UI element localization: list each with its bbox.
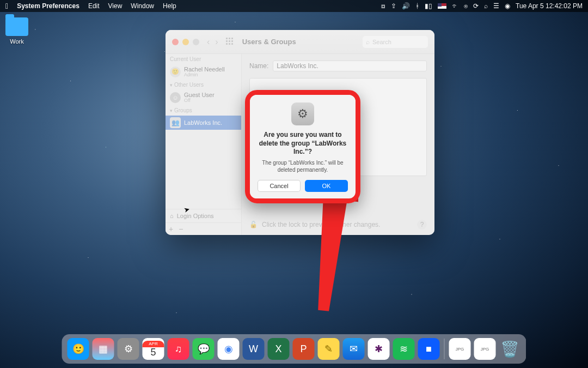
user-role: Off (184, 98, 215, 104)
group-icon: 👥 (170, 117, 181, 128)
back-button[interactable]: ‹ (205, 36, 212, 48)
menubar-clock[interactable]: Tue Apr 5 12:42:02 PM (516, 2, 583, 10)
login-options-label: Login Options (177, 213, 214, 219)
avatar-icon: 🙂 (170, 67, 181, 77)
dock-app-spotify[interactable]: ≋ (393, 338, 415, 360)
lock-text: Click the lock to prevent further change… (262, 221, 380, 228)
search-icon: ⌕ (366, 38, 370, 46)
dock-separator (444, 339, 445, 359)
sync-icon[interactable]: ⟳ (473, 2, 479, 10)
highlight-frame: ⚙︎ Are you sure you want to delete the g… (245, 90, 360, 203)
close-button[interactable] (172, 39, 179, 45)
house-icon: ⌂ (170, 213, 174, 219)
dock-app-music[interactable]: ♫ (168, 338, 189, 360)
zoom-button[interactable] (193, 39, 199, 45)
dock-file-jpg-2[interactable]: JPG (474, 338, 496, 360)
dock-app-powerpoint[interactable]: P (293, 338, 315, 360)
dock-app-excel[interactable]: X (268, 338, 290, 360)
dialog-title: Are you sure you want to delete the grou… (258, 131, 348, 156)
window-toolbar: ‹ › Users & Groups ⌕ Search (166, 30, 434, 54)
apple-menu[interactable]:  (5, 2, 8, 10)
search-placeholder: Search (372, 39, 391, 45)
nav-buttons: ‹ › (205, 36, 220, 48)
gear-icon: ⚙︎ (291, 102, 314, 125)
search-field[interactable]: ⌕ Search (363, 36, 428, 48)
cancel-button[interactable]: Cancel (258, 180, 301, 192)
dock-app-launchpad[interactable]: ▦ (93, 338, 114, 360)
wifi-icon[interactable]: ᯤ (452, 2, 458, 10)
help-button[interactable]: ? (417, 220, 427, 230)
dock-trash[interactable]: 🗑️ (499, 338, 521, 360)
group-name-field[interactable] (273, 61, 427, 71)
dock: 🙂 ▦ ⚙︎ APR 5 ♫ 💬 ◉ W X P ✎ ✉︎ ✱ ≋ ■ JPG … (62, 334, 526, 364)
dock-app-slack[interactable]: ✱ (368, 338, 390, 360)
section-groups[interactable]: ▾Groups (166, 105, 241, 116)
menubar:  System Preferences Edit View Window He… (0, 0, 588, 12)
dropbox-icon[interactable]: ⧈ (381, 2, 385, 10)
dock-app-notes[interactable]: ✎ (318, 338, 340, 360)
window-title: Users & Groups (242, 38, 296, 46)
package-icon[interactable]: ⇪ (391, 2, 396, 10)
section-current-user: Current User (166, 54, 241, 64)
folder-label: Work (5, 38, 28, 45)
dock-app-zoom[interactable]: ■ (418, 338, 440, 360)
traffic-lights (172, 39, 199, 45)
dock-app-calendar[interactable]: APR 5 (143, 338, 164, 360)
siri-icon[interactable]: ◉ (505, 2, 510, 10)
show-all-button[interactable] (226, 38, 235, 46)
sidebar-user-guest[interactable]: ☺ Guest User Off (166, 90, 241, 105)
spotlight-icon[interactable]: ⌕ (484, 2, 488, 10)
app-menu[interactable]: System Preferences (17, 2, 79, 10)
dock-app-mail[interactable]: ✉︎ (343, 338, 365, 360)
dialog-message: The group “LabWorks Inc.” will be delete… (258, 159, 348, 173)
lock-icon[interactable]: 🔓 (249, 221, 258, 228)
menu-help[interactable]: Help (163, 2, 176, 10)
desktop-folder-work[interactable]: Work (5, 17, 28, 45)
battery-icon[interactable]: ▮▯ (425, 2, 432, 10)
dock-file-jpg-1[interactable]: JPG (449, 338, 471, 360)
user-role: Admin (184, 73, 225, 78)
status-icons: ⧈ ⇪ 🔊 ᚼ ▮▯ ᯤ ⍟ ⟳ ⌕ ☰ ◉ Tue Apr 5 12:42:0… (381, 2, 583, 10)
dock-app-system-preferences[interactable]: ⚙︎ (118, 338, 139, 360)
calendar-day: 5 (150, 347, 156, 357)
bluetooth-icon[interactable]: ᚼ (415, 2, 419, 10)
menu-edit[interactable]: Edit (88, 2, 100, 10)
section-other-users[interactable]: ▾Other Users (166, 80, 241, 90)
menu-view[interactable]: View (108, 2, 122, 10)
volume-icon[interactable]: 🔊 (402, 2, 410, 10)
users-sidebar: Current User 🙂 Rachel Needell Admin ▾Oth… (166, 54, 242, 235)
chevron-down-icon: ▾ (170, 82, 173, 88)
remove-button[interactable]: − (179, 225, 183, 233)
folder-icon (5, 17, 28, 36)
ok-button[interactable]: OK (305, 180, 348, 192)
add-button[interactable]: + (169, 225, 173, 233)
minimize-button[interactable] (182, 39, 189, 45)
avatar-icon: ☺ (170, 92, 181, 103)
dock-app-messages[interactable]: 💬 (193, 338, 215, 360)
user-icon[interactable]: ⍟ (464, 2, 468, 10)
menu-window[interactable]: Window (131, 2, 154, 10)
sidebar-user-current[interactable]: 🙂 Rachel Needell Admin (166, 64, 241, 80)
lock-row: 🔓 Click the lock to prevent further chan… (249, 220, 427, 230)
forward-button[interactable]: › (213, 36, 220, 48)
name-label: Name: (249, 62, 268, 70)
group-name: LabWorks Inc. (184, 119, 222, 126)
dock-app-word[interactable]: W (243, 338, 265, 360)
confirm-delete-dialog: ⚙︎ Are you sure you want to delete the g… (250, 95, 356, 198)
login-options[interactable]: ⌂ Login Options (166, 209, 241, 222)
add-remove-bar: + − (166, 222, 241, 235)
chevron-down-icon: ▾ (170, 108, 173, 113)
dock-app-chrome[interactable]: ◉ (218, 338, 240, 360)
sidebar-group-labworks[interactable]: 👥 LabWorks Inc. (166, 116, 241, 130)
control-center-icon[interactable]: ☰ (493, 2, 499, 10)
dock-app-finder[interactable]: 🙂 (68, 338, 89, 360)
input-flag-icon[interactable] (438, 3, 446, 9)
